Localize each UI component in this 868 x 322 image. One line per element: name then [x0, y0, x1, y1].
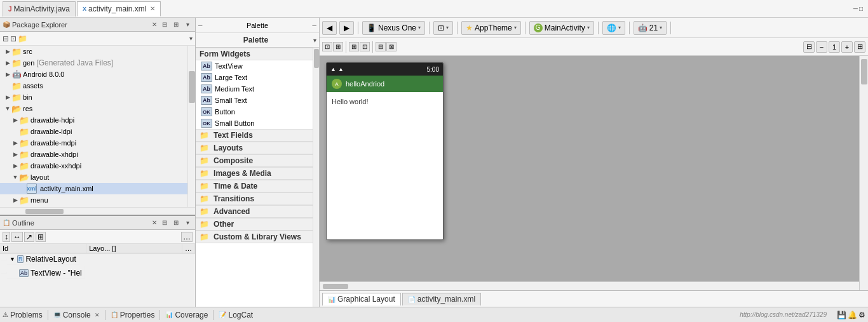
tree-item-bin[interactable]: ▶ 📁 bin	[0, 91, 187, 103]
status-right-icons: 💾 🔔 ⚙	[837, 311, 865, 319]
outline-col-id: Id	[0, 244, 86, 253]
layout-btn-1[interactable]: ⊡	[322, 42, 332, 51]
status-icon-2[interactable]: 🔔	[848, 311, 857, 319]
palette-v-scrollbar[interactable]	[313, 48, 319, 307]
panel-icon-2[interactable]: ⊞	[171, 20, 181, 30]
minimize-icon[interactable]: ─	[853, 5, 858, 12]
tree-item-drawable-xxhdpi[interactable]: ▶ 📁 drawable-xxhdpi	[0, 160, 187, 171]
tree-item-src[interactable]: ▶ 📁 src	[0, 46, 187, 57]
close-panel-icon[interactable]: ✕	[152, 21, 157, 28]
canvas-h-scrollbar[interactable]	[320, 281, 859, 290]
tab-activity-xml[interactable]: X activity_main.xml ✕	[77, 1, 161, 17]
palette-section-text-fields[interactable]: 📁 Text Fields	[196, 129, 313, 142]
palette-section-time-date[interactable]: 📁 Time & Date	[196, 180, 313, 192]
tab-main-activity[interactable]: J MainActivity.java	[3, 1, 76, 17]
palette-item-medium-text[interactable]: Ab Medium Text	[196, 83, 313, 95]
activity-selector[interactable]: G MainActivity ▾	[529, 21, 594, 35]
outline-row-relative[interactable]: ▼ R RelativeLayout	[0, 253, 86, 265]
design-toolbar: ◀ ▶ 📱 Nexus One ▾ ⊡ ▾	[320, 18, 868, 38]
sep3	[457, 22, 458, 34]
close-tab-icon[interactable]: ✕	[150, 5, 155, 12]
snap-btn-1[interactable]: ⊟	[376, 42, 386, 51]
status-console[interactable]: 💻 Console ✕	[53, 311, 100, 319]
grid-btn-2[interactable]: ⊡	[360, 42, 370, 51]
palette-dropdown-icon[interactable]: ▾	[313, 37, 316, 44]
back-button[interactable]: ◀	[322, 21, 337, 35]
device-selector[interactable]: 📱 Nexus One ▾	[362, 21, 425, 35]
palette-section-other[interactable]: 📁 Other	[196, 218, 313, 231]
collapse-all-icon[interactable]: ⊟	[3, 34, 9, 43]
tree-item-menu[interactable]: ▶ 📁 menu	[0, 194, 187, 206]
tree-label-menu: menu	[31, 196, 48, 204]
tree-item-android[interactable]: ▶ 🤖 Android 8.0.0	[0, 69, 187, 80]
status-icon-1[interactable]: 💾	[837, 311, 846, 319]
tree-item-gen[interactable]: ▶ 📁 gen [Generated Java Files]	[0, 57, 187, 69]
outline-icon-3[interactable]: ▾	[182, 218, 193, 228]
zoom-plus[interactable]: +	[841, 41, 853, 53]
status-properties[interactable]: 📋 Properties	[111, 311, 155, 319]
tree-label-activity-xml: activity_main.xml	[40, 185, 93, 192]
view-menu-icon[interactable]: ▾	[189, 35, 193, 42]
palette-section-form-widgets[interactable]: Form Widgets	[196, 48, 313, 60]
tree-item-drawable-hdpi[interactable]: ▶ 📁 drawable-hdpi	[0, 114, 187, 126]
outline-icon-2[interactable]: ⊞	[171, 218, 181, 228]
rotate-btn-1[interactable]: ⊡ ▾	[433, 21, 453, 35]
outline-btn-5[interactable]: …	[181, 232, 193, 242]
tree-h-scrollbar[interactable]	[0, 207, 195, 215]
outline-row-textview[interactable]: Ab TextView - "Hel	[0, 265, 86, 279]
close-console-icon[interactable]: ✕	[95, 312, 100, 318]
outline-icon-1[interactable]: ⊟	[159, 218, 170, 228]
palette-menu-icon[interactable]: ─	[313, 22, 316, 29]
api-selector[interactable]: 🤖 21 ▾	[634, 21, 667, 35]
tab-xml-edit[interactable]: 📄 activity_main.xml	[402, 293, 481, 305]
palette-item-textview[interactable]: Ab TextView	[196, 60, 313, 72]
status-logcat[interactable]: 📝 LogCat	[219, 311, 253, 319]
status-problems[interactable]: ⚠ Problems	[3, 311, 43, 319]
outline-col-dots[interactable]: …	[182, 244, 195, 253]
palette-item-small-button[interactable]: OK Small Button	[196, 117, 313, 129]
outline-btn-1[interactable]: ↕	[3, 232, 10, 242]
palette-item-button[interactable]: OK Button	[196, 106, 313, 117]
layout-btn-2[interactable]: ⊞	[333, 42, 343, 51]
design-canvas[interactable]: ▲ ▲ 5:00 A helloAndriod	[320, 56, 859, 281]
outline-btn-4[interactable]: ⊞	[36, 232, 46, 242]
palette-minimize-icon[interactable]: ─	[198, 22, 202, 29]
close-outline-icon[interactable]: ✕	[152, 219, 157, 226]
palette-item-small-text[interactable]: Ab Small Text	[196, 95, 313, 106]
palette-section-custom-library[interactable]: 📁 Custom & Library Views	[196, 231, 313, 243]
maximize-icon[interactable]: □	[859, 5, 863, 12]
tab-graphical-layout[interactable]: 📊 Graphical Layout	[322, 293, 401, 305]
forward-button[interactable]: ▶	[339, 21, 354, 35]
zoom-100[interactable]: 1	[829, 41, 840, 53]
zoom-fit[interactable]: ⊞	[854, 41, 865, 53]
tree-item-drawable-ldpi[interactable]: ▶ 📁 drawable-ldpi	[0, 126, 187, 137]
tree-item-layout[interactable]: ▼ 📂 layout	[0, 171, 187, 183]
theme-selector[interactable]: ★ AppTheme ▾	[461, 21, 521, 35]
palette-section-layouts[interactable]: 📁 Layouts	[196, 142, 313, 154]
tree-item-drawable-xhdpi[interactable]: ▶ 📁 drawable-xhdpi	[0, 149, 187, 160]
zoom-minus-minus[interactable]: ⊟	[803, 41, 815, 53]
tree-v-scrollbar[interactable]	[187, 46, 195, 207]
panel-icon-1[interactable]: ⊟	[159, 20, 170, 30]
new-folder-icon[interactable]: 📁	[18, 34, 27, 43]
outline-btn-2[interactable]: ↔	[11, 232, 23, 242]
tree-item-activity-xml[interactable]: ▶ xml activity_main.xml	[0, 183, 187, 194]
palette-section-composite[interactable]: 📁 Composite	[196, 154, 313, 167]
zoom-minus[interactable]: −	[816, 41, 827, 53]
palette-item-large-text[interactable]: Ab Large Text	[196, 72, 313, 83]
palette-section-transitions[interactable]: 📁 Transitions	[196, 192, 313, 205]
snap-btn-2[interactable]: ⊠	[386, 42, 397, 51]
status-coverage[interactable]: 📊 Coverage	[165, 311, 208, 319]
tree-item-drawable-mdpi[interactable]: ▶ 📁 drawable-mdpi	[0, 137, 187, 149]
palette-section-advanced[interactable]: 📁 Advanced	[196, 205, 313, 218]
tree-item-res[interactable]: ▼ 📂 res	[0, 103, 187, 114]
link-editor-icon[interactable]: ⊡	[10, 34, 17, 43]
outline-btn-3[interactable]: ↗	[24, 232, 34, 242]
locale-selector[interactable]: 🌐 ▾	[602, 21, 625, 35]
grid-btn-1[interactable]: ⊞	[349, 42, 359, 51]
palette-section-images-media[interactable]: 📁 Images & Media	[196, 167, 313, 180]
panel-icon-3[interactable]: ▾	[182, 20, 193, 30]
canvas-v-scrollbar[interactable]	[859, 56, 868, 290]
tree-item-assets[interactable]: ▶ 📁 assets	[0, 80, 187, 91]
status-icon-3[interactable]: ⚙	[858, 311, 865, 319]
